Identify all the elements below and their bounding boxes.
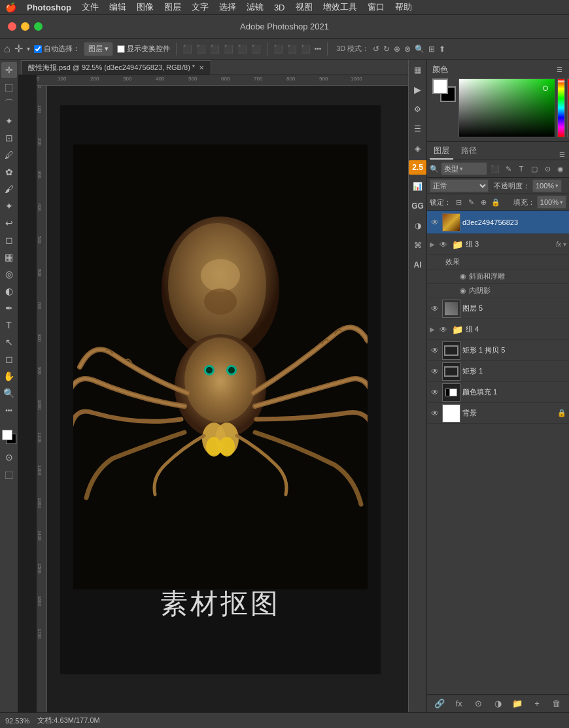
dist2-icon[interactable]: ⬛ <box>287 44 297 54</box>
3d-mode-icon3[interactable]: ⊕ <box>394 44 400 54</box>
effect-bevel-vis[interactable]: ◉ <box>460 272 466 281</box>
foreground-color[interactable] <box>432 78 448 94</box>
menu-window[interactable]: 窗口 <box>368 1 385 13</box>
layer-dropdown[interactable]: 图层 ▾ <box>84 42 113 56</box>
apple-menu[interactable]: 🍎 <box>5 2 16 12</box>
fill-value[interactable]: 100% ▾ <box>537 196 566 209</box>
layers-panel-options[interactable]: ☰ <box>558 150 566 160</box>
lock-artboard[interactable]: ⊕ <box>478 197 489 207</box>
visibility-5[interactable]: 👁 <box>430 303 440 314</box>
visibility-rect-copy5[interactable]: 👁 <box>430 345 440 356</box>
home-icon[interactable]: ⌂ <box>4 43 10 55</box>
move-tool[interactable]: ✛ <box>1 62 17 78</box>
tab-paths[interactable]: 路径 <box>457 143 481 160</box>
crop-tool[interactable]: ⊡ <box>1 130 17 146</box>
auto-select-input[interactable] <box>34 45 42 53</box>
text-filter-icon[interactable]: T <box>515 163 527 175</box>
fx-expand-group3[interactable]: ▾ <box>563 241 566 248</box>
menu-edit[interactable]: 编辑 <box>109 1 126 13</box>
eraser-tool[interactable]: ◻ <box>1 232 17 248</box>
minimize-button[interactable] <box>21 22 29 31</box>
maximize-button[interactable] <box>34 22 43 31</box>
menu-photoshop[interactable]: Photoshop <box>27 3 71 12</box>
curves-icon[interactable]: ⌘ <box>410 237 426 253</box>
dodge-tool[interactable]: ◐ <box>1 283 17 299</box>
menu-filter[interactable]: 滤镜 <box>247 1 264 13</box>
menu-image[interactable]: 图像 <box>137 1 154 13</box>
visibility-fill1[interactable]: 👁 <box>430 387 440 398</box>
more-options-icon[interactable]: ••• <box>315 45 322 52</box>
effect-shadow-vis[interactable]: ◉ <box>460 286 466 295</box>
visibility-rect1[interactable]: 👁 <box>430 366 440 377</box>
layer-item-d3ec[interactable]: 👁 d3ec2494756823 <box>427 211 569 234</box>
new-group-btn[interactable]: 📁 <box>510 697 525 711</box>
dist1-icon[interactable]: ⬛ <box>273 44 283 54</box>
move-tool-icon[interactable]: ✛ <box>14 43 23 55</box>
stamp-tool[interactable]: ✦ <box>1 198 17 214</box>
tab-close-icon[interactable]: ✕ <box>199 64 204 71</box>
blend-mode-select[interactable]: 正常 <box>430 179 489 192</box>
color-selector[interactable] <box>1 428 18 445</box>
align-left-icon[interactable]: ⬛ <box>182 44 192 54</box>
effect-shadow[interactable]: ◉ 内阴影 <box>427 284 569 298</box>
menu-view[interactable]: 视图 <box>296 1 313 13</box>
text-tool[interactable]: T <box>1 317 17 333</box>
add-mask-btn[interactable]: ⊙ <box>472 697 486 711</box>
lock-all[interactable]: 🔒 <box>491 197 501 207</box>
dist3-icon[interactable]: ⬛ <box>301 44 311 54</box>
menu-layer[interactable]: 图层 <box>164 1 181 13</box>
3d-mode-icon2[interactable]: ↻ <box>383 44 390 54</box>
new-layer-btn[interactable]: + <box>530 697 544 711</box>
effect-bevel[interactable]: ◉ 斜面和浮雕 <box>427 269 569 284</box>
search-icon[interactable]: 🔍 <box>415 44 424 54</box>
align-right-icon[interactable]: ⬛ <box>210 44 220 54</box>
zoom-tool[interactable]: 🔍 <box>1 385 17 401</box>
align-top-icon[interactable]: ⬛ <box>224 44 233 54</box>
new-adjustment-btn[interactable]: ◑ <box>491 697 505 711</box>
eyedropper-tool[interactable]: 🖊 <box>1 147 17 163</box>
menu-select[interactable]: 选择 <box>219 1 236 13</box>
quick-mask-tool[interactable]: ⊙ <box>1 449 17 465</box>
layer-item-group3[interactable]: ▶ 👁 📁 组 3 fx ▾ <box>427 234 569 255</box>
brush-tool[interactable]: 🖌 <box>1 181 17 197</box>
3d-mode-icon4[interactable]: ⊗ <box>404 44 411 54</box>
adjust-filter-icon[interactable]: ✎ <box>502 163 514 175</box>
3d-mode-icon1[interactable]: ↺ <box>373 44 379 54</box>
lasso-tool[interactable]: ⌒ <box>1 96 17 112</box>
text2-icon[interactable]: GG <box>410 198 426 214</box>
layer-item-bg[interactable]: 👁 背景 🔒 <box>427 403 569 424</box>
menu-plugins[interactable]: 增效工具 <box>323 1 357 13</box>
layer-item-fill1[interactable]: 👁 颜色填充 1 <box>427 382 569 403</box>
menu-3d[interactable]: 3D <box>274 3 285 12</box>
expand-group3[interactable]: ▶ <box>430 241 436 248</box>
play-icon[interactable]: ▶ <box>410 82 426 97</box>
screen-mode-tool[interactable]: ⬚ <box>1 466 17 482</box>
properties-icon[interactable]: ☰ <box>410 121 426 137</box>
auto-select-checkbox[interactable]: 自动选择： <box>34 44 80 54</box>
delete-layer-btn[interactable]: 🗑 <box>549 697 564 711</box>
more-tools[interactable]: ••• <box>1 402 17 418</box>
fill-arrow[interactable]: ▾ <box>560 199 563 205</box>
document-tab[interactable]: 酸性海报.psd @ 92.5% (d3ec2494756823, RGB/8)… <box>21 60 211 75</box>
pen-tool[interactable]: ✒ <box>1 300 17 316</box>
align-bottom-icon[interactable]: ⬛ <box>251 44 261 54</box>
adjust-icon[interactable]: ⚙ <box>410 101 426 117</box>
visibility-bg[interactable]: 👁 <box>430 408 440 419</box>
opacity-arrow[interactable]: ▾ <box>555 182 559 189</box>
layer-item-5[interactable]: 👁 图层 5 <box>427 298 569 319</box>
hue-slider[interactable] <box>557 78 565 137</box>
histogram2-icon[interactable]: 📊 <box>410 179 426 194</box>
layer-item-rect-copy5[interactable]: 👁 矩形 1 拷贝 5 <box>427 340 569 361</box>
lock-checkerboard[interactable]: ⊟ <box>453 197 464 207</box>
path-select-tool[interactable]: ↖ <box>1 334 17 350</box>
visibility-group4[interactable]: 👁 <box>438 324 449 335</box>
show-transform-input[interactable] <box>117 45 125 53</box>
ai-icon[interactable]: AI <box>410 257 426 273</box>
pixel-filter-icon[interactable]: ⬛ <box>489 163 501 175</box>
shape-filter-icon[interactable]: ▢ <box>528 163 540 175</box>
hand-tool[interactable]: ✋ <box>1 368 17 384</box>
workspace-icon[interactable]: ⊞ <box>428 44 435 54</box>
blur-tool[interactable]: ◎ <box>1 266 17 282</box>
tab-layers[interactable]: 图层 <box>430 143 453 160</box>
select-rect-tool[interactable]: ⬚ <box>1 79 17 95</box>
